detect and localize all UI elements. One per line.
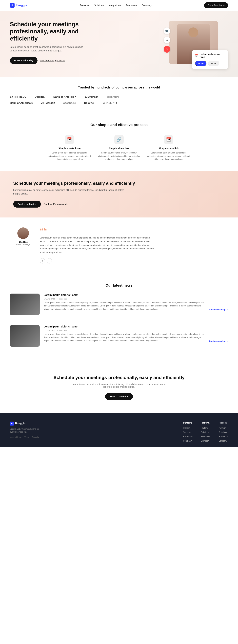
time-slot-2[interactable]: 10:30 [208, 61, 219, 66]
hero-buttons: Book a call today See how Panggia works [10, 57, 84, 64]
logo-hsbc: ◇◇ HSBC [10, 95, 26, 98]
news-image-1 [10, 294, 40, 315]
navbar: P Panggia Features Solutions Integration… [0, 0, 238, 11]
news-item-2: Lorem ipsum dolor sit amet 17 June 2022 … [10, 325, 228, 352]
logo-deloitte-2: Deloitte. [84, 102, 95, 104]
nav-cta-button[interactable]: Get a free demo [204, 2, 228, 8]
nav-link-features[interactable]: Features [79, 4, 89, 6]
testimonial-role: Product Manager [13, 243, 33, 246]
nav-link-integrations[interactable]: Integrations [109, 4, 121, 6]
cta-banner-book-button[interactable]: Book a call today [13, 200, 41, 208]
footer-brand: P Panggia Simple and effective solutions… [10, 422, 173, 438]
footer-inner: P Panggia Simple and effective solutions… [10, 422, 228, 442]
news-meta-2: 17 June 2022 4 mins. read [44, 330, 228, 332]
footer-col-2-heading: Platform [201, 422, 210, 424]
hero-section: Schedule your meetings profesionally, ea… [0, 11, 238, 77]
footer-col-1-heading: Platform [183, 422, 193, 424]
logo-icon: P [10, 3, 14, 8]
news-text-2: Lorem ipsum dolor sit amet, consectetur … [44, 333, 206, 342]
time-slot-1[interactable]: 10:30 [195, 61, 207, 66]
bottom-cta-section: Schedule your meetings profesionally, ea… [0, 362, 238, 413]
news-item-1: Lorem ipsum dolor sit amet 17 June 2022 … [10, 294, 228, 320]
footer-col-1: Platform Platform Solutions Resources Co… [183, 422, 193, 442]
logo-bankofamerica-1: Bank of America ≈ [53, 96, 76, 98]
footer-link-2-3: Company [201, 439, 210, 442]
cta-banner-section: Schedule your meetings profesionally, ea… [0, 171, 238, 218]
logo-bankofamerica-2: Bank of America ≈ [10, 102, 33, 104]
testimonial-prev-button[interactable]: ‹ [40, 258, 45, 264]
bottom-cta-title: Schedule your meetings profesionally, ea… [10, 375, 228, 380]
testimonial-next-button[interactable]: › [47, 258, 52, 264]
hero-see-how-button[interactable]: See how Panggia works [40, 59, 65, 62]
testimonials-section: Joe Due Product Manager ❝❝ Lorem ipsum d… [0, 218, 238, 274]
video-icon: 📹 [164, 28, 170, 34]
footer-col-3-heading: Platform [219, 422, 228, 424]
quote-icon: ❝❝ [40, 228, 155, 234]
news-list: Lorem ipsum dolor sit amet 17 June 2022 … [10, 294, 228, 352]
footer-made: Made with love in Yerevan, Armenia [10, 436, 173, 438]
footer-col-3: Platform Platform Solutions Resources Co… [219, 422, 228, 442]
process-title-2: Simple share link [97, 147, 141, 150]
footer-link-1-2: Resources [183, 435, 193, 438]
news-title-2: Lorem ipsum dolor sit amet [44, 325, 228, 328]
footer-link-3-3: Company [219, 439, 228, 442]
nav-links: Features Solutions Integrations Resource… [79, 4, 152, 6]
footer: P Panggia Simple and effective solutions… [0, 413, 238, 447]
process-card-1: 📅 Simple create form Lorem ipsum dolor s… [48, 135, 91, 161]
footer-col-2-links: Platform Solutions Resources Company [201, 426, 210, 442]
logo-accenture-1: accenture [107, 96, 119, 98]
footer-link-2-1: Solutions [201, 431, 210, 434]
bottom-cta-button[interactable]: Book a call today [105, 393, 133, 400]
cta-banner-buttons: Book a call today See how Panggia works [13, 200, 225, 208]
hero-left-content: Schedule your meetings profesionally, ea… [10, 21, 84, 64]
footer-link-3-1: Solutions [219, 431, 228, 434]
news-body-2: Lorem ipsum dolor sit amet, consectetur … [44, 333, 228, 342]
process-heading: Our simple and effective process [10, 123, 228, 127]
footer-link-1-3: Company [183, 439, 193, 442]
news-readtime-1: 4 mins. read [57, 298, 67, 300]
logo-jpmorgan-2: J.P.Morgan [41, 102, 55, 104]
nav-link-company[interactable]: Company [142, 4, 152, 6]
news-meta-1: 17 June 2022 4 mins. read [44, 298, 228, 300]
hero-book-call-button[interactable]: Book a call today [10, 57, 37, 64]
cta-banner-see-how-button[interactable]: See how Panggia works [43, 203, 68, 206]
process-title-1: Simple create form [48, 147, 91, 150]
calendar-widget: 📅 Select a date and time 10:30 10:30 [192, 50, 228, 69]
footer-logo: P Panggia [10, 422, 173, 426]
calendar-icon: 📅 [195, 54, 198, 58]
nav-link-resources[interactable]: Resources [126, 4, 137, 6]
footer-link-2-2: Resources [201, 435, 210, 438]
testimonial-person: Joe Due Product Manager [13, 228, 33, 246]
news-read-more-1[interactable]: Continue reading → [209, 308, 228, 311]
cta-banner-description: Lorem ipsum dolor sit amet, consectetur … [13, 188, 129, 196]
nav-logo[interactable]: P Panggia [10, 3, 27, 8]
process-cards: 📅 Simple create form Lorem ipsum dolor s… [10, 135, 228, 161]
footer-logo-icon: P [10, 422, 14, 426]
news-content-1: Lorem ipsum dolor sit amet 17 June 2022 … [44, 294, 228, 311]
nav-link-solutions[interactable]: Solutions [94, 4, 104, 6]
footer-tagline: Simple and effective solutions for every… [10, 428, 43, 434]
process-desc-3: Lorem ipsum dolor sit amet, consectetur … [147, 151, 190, 161]
hero-description: Lorem ipsum dolor sit amet, consectetur … [10, 45, 84, 52]
logos-row-2: Bank of America ≈ J.P.Morgan accenture D… [10, 102, 228, 104]
testimonial-content: ❝❝ Lorem ipsum dolor sit amet, consectet… [40, 228, 155, 264]
news-read-more-2[interactable]: Continue reading → [209, 340, 228, 342]
news-text-1: Lorem ipsum dolor sit amet, consectetur … [44, 301, 206, 311]
download-icon: ⬇ [164, 37, 170, 43]
news-date-2: 17 June 2022 [44, 330, 55, 332]
news-thumb-2 [10, 325, 40, 347]
logo-deloitte-1: Deloitte. [35, 96, 45, 98]
footer-link-1-1: Solutions [183, 431, 193, 434]
close-icon: ✕ [164, 46, 170, 52]
logo-chase: CHASE ✦ [103, 102, 118, 104]
news-title-1: Lorem ipsum dolor sit amet [44, 294, 228, 296]
process-title-3: Simple share link [147, 147, 190, 150]
cta-banner-title: Schedule your meetings profesionally, ea… [13, 181, 225, 186]
logos-wrapper: ◇◇ HSBC Deloitte. Bank of America ≈ J.P.… [10, 95, 228, 104]
footer-col-3-links: Platform Solutions Resources Company [219, 426, 228, 442]
news-thumb-1 [10, 294, 40, 315]
testimonial-name: Joe Due [13, 241, 33, 243]
hero-right-content: 📹 ⬇ ✕ 📅 Select a date and time 10:30 10:… [159, 21, 228, 64]
news-readtime-2: 4 mins. read [57, 330, 67, 332]
logo-accenture-2: accenture [63, 102, 76, 104]
